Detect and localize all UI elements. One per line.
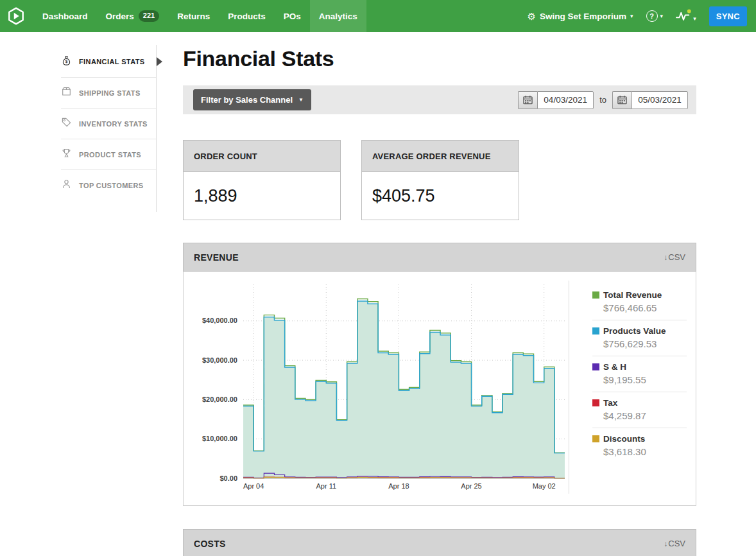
sales-channel-filter-button[interactable]: Filter by Sales Channel ▼ <box>193 89 311 110</box>
svg-text:$: $ <box>65 59 68 64</box>
chevron-down-icon: ▾ <box>630 13 633 19</box>
analytics-sidebar: $ FINANCIAL STATS SHIPPING STATS <box>0 45 157 212</box>
calendar-icon <box>523 95 533 105</box>
hexagon-logo-icon <box>6 6 26 26</box>
discounts-swatch <box>592 435 599 442</box>
legend-value: $766,466.65 <box>603 302 687 313</box>
account-menu[interactable]: ⚙ Swing Set Emporium ▾ <box>528 12 633 21</box>
nav-item-returns[interactable]: Returns <box>168 0 219 32</box>
legend-item-s-and-h: S & H $9,195.55 <box>592 356 687 392</box>
main-content: Financial Stats Filter by Sales Channel … <box>157 32 756 556</box>
stat-card-value: 1,889 <box>184 172 340 220</box>
person-icon <box>61 178 72 192</box>
chevron-down-icon: ▼ <box>298 97 304 103</box>
svg-text:$20,000.00: $20,000.00 <box>202 395 237 403</box>
costs-panel-title: COSTS <box>194 539 226 549</box>
page-title: Financial Stats <box>183 46 756 71</box>
package-box-icon <box>61 86 72 100</box>
legend-label: Products Value <box>603 326 666 336</box>
products-value-swatch <box>592 327 599 334</box>
revenue-legend: Total Revenue $766,466.65 Products Value… <box>569 281 696 494</box>
sidebar-item-label: SHIPPING STATS <box>79 89 141 97</box>
chevron-down-icon: ▾ <box>693 15 696 22</box>
svg-text:$10,000.00: $10,000.00 <box>202 435 237 442</box>
nav-item-label: Products <box>228 12 266 21</box>
sidebar-item-top-customers[interactable]: TOP CUSTOMERS <box>61 169 156 200</box>
primary-nav: Dashboard Orders221 Returns Products POs… <box>33 0 366 32</box>
nav-item-label: POs <box>284 12 301 21</box>
pulse-icon <box>676 9 691 22</box>
stat-cards: ORDER COUNT 1,889 AVERAGE ORDER REVENUE … <box>183 140 756 220</box>
revenue-panel-body: $0.00$10,000.00$20,000.00$30,000.00$40,0… <box>183 272 696 506</box>
nav-item-dashboard[interactable]: Dashboard <box>33 0 97 32</box>
help-icon: ? <box>646 10 658 22</box>
nav-item-orders[interactable]: Orders221 <box>97 0 169 32</box>
revenue-csv-download[interactable]: ↓ CSV <box>664 252 685 262</box>
costs-csv-download[interactable]: ↓ CSV <box>664 539 685 548</box>
account-name: Swing Set Emporium <box>540 12 626 21</box>
calendar-icon <box>617 95 627 105</box>
gear-icon: ⚙ <box>528 12 536 21</box>
svg-text:Apr 25: Apr 25 <box>461 482 481 490</box>
revenue-panel-header: REVENUE ↓ CSV <box>183 243 696 272</box>
nav-item-label: Dashboard <box>42 12 88 21</box>
sidebar-item-label: INVENTORY STATS <box>79 120 148 128</box>
calendar-button[interactable] <box>612 91 631 109</box>
order-count-card: ORDER COUNT 1,889 <box>183 140 341 220</box>
sidebar-item-shipping-stats[interactable]: SHIPPING STATS <box>61 77 156 108</box>
legend-label: Total Revenue <box>603 290 662 300</box>
legend-item-total-revenue: Total Revenue $766,466.65 <box>592 284 687 320</box>
csv-label: CSV <box>668 252 685 262</box>
app-logo[interactable] <box>6 0 26 32</box>
sidebar-item-financial-stats[interactable]: $ FINANCIAL STATS <box>61 46 156 77</box>
date-to-picker <box>612 91 688 109</box>
nav-item-analytics[interactable]: Analytics <box>310 0 366 32</box>
sidebar-item-label: TOP CUSTOMERS <box>79 182 144 189</box>
date-to-input[interactable] <box>631 91 688 109</box>
nav-item-label: Orders <box>106 12 134 21</box>
sales-channel-filter-label: Filter by Sales Channel <box>201 95 293 105</box>
date-from-picker <box>518 91 594 109</box>
activity-menu[interactable]: ▾ <box>676 9 696 23</box>
tax-swatch <box>592 399 599 406</box>
money-bag-icon: $ <box>61 55 72 69</box>
svg-text:Apr 11: Apr 11 <box>316 482 336 490</box>
help-menu[interactable]: ? ▾ <box>646 10 664 22</box>
legend-value: $9,195.55 <box>603 374 687 385</box>
revenue-panel-title: REVENUE <box>194 252 239 263</box>
revenue-panel: REVENUE ↓ CSV $0.00$10,000.00$20,000.00$… <box>183 243 696 506</box>
legend-item-tax: Tax $4,259.87 <box>592 392 687 428</box>
nav-item-label: Returns <box>177 12 210 21</box>
legend-label: Discounts <box>603 434 645 444</box>
sidebar-item-product-stats[interactable]: PRODUCT STATS <box>61 139 156 169</box>
legend-value: $756,629.53 <box>603 338 687 349</box>
legend-label: Tax <box>603 398 617 408</box>
sidebar-item-label: FINANCIAL STATS <box>79 58 145 65</box>
average-order-revenue-card: AVERAGE ORDER REVENUE $405.75 <box>361 140 519 220</box>
svg-text:$40,000.00: $40,000.00 <box>202 317 237 324</box>
svg-text:$30,000.00: $30,000.00 <box>202 356 237 364</box>
total-revenue-swatch <box>592 291 599 299</box>
stat-card-label: ORDER COUNT <box>184 141 340 172</box>
top-nav: Dashboard Orders221 Returns Products POs… <box>0 0 756 32</box>
calendar-button[interactable] <box>518 91 537 109</box>
date-range-to-label: to <box>599 95 606 105</box>
download-icon: ↓ <box>664 539 667 548</box>
active-item-marker <box>157 57 162 66</box>
nav-item-pos[interactable]: POs <box>275 0 310 32</box>
sync-button[interactable]: SYNC <box>709 6 747 26</box>
legend-value: $4,259.87 <box>603 410 687 421</box>
legend-label: S & H <box>603 362 626 372</box>
download-icon: ↓ <box>664 253 667 262</box>
stat-card-value: $405.75 <box>362 172 519 220</box>
date-from-input[interactable] <box>537 91 594 109</box>
sidebar-item-label: PRODUCT STATS <box>79 151 141 159</box>
costs-panel-header: COSTS ↓ CSV <box>183 529 696 556</box>
sidebar-item-inventory-stats[interactable]: INVENTORY STATS <box>61 108 156 139</box>
legend-item-products-value: Products Value $756,629.53 <box>592 320 687 356</box>
filter-bar: Filter by Sales Channel ▼ <box>183 85 696 114</box>
legend-value: $3,618.30 <box>603 446 687 457</box>
svg-text:Apr 18: Apr 18 <box>388 482 409 490</box>
revenue-chart: $0.00$10,000.00$20,000.00$30,000.00$40,0… <box>184 278 569 496</box>
nav-item-products[interactable]: Products <box>219 0 275 32</box>
